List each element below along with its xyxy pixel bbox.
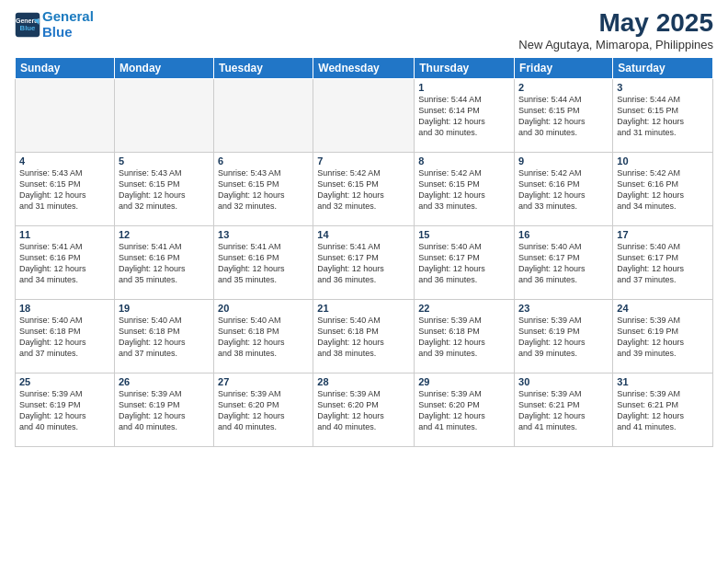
logo-icon: General Blue <box>15 12 40 38</box>
calendar-cell: 6Sunrise: 5:43 AM Sunset: 6:15 PM Daylig… <box>214 152 313 225</box>
day-info: Sunrise: 5:41 AM Sunset: 6:16 PM Dayligh… <box>19 241 110 286</box>
logo-line1: General <box>42 8 94 24</box>
day-number: 16 <box>518 229 609 240</box>
calendar-weekday-thursday: Thursday <box>415 57 515 78</box>
day-info: Sunrise: 5:39 AM Sunset: 6:19 PM Dayligh… <box>19 388 110 433</box>
calendar-cell: 11Sunrise: 5:41 AM Sunset: 6:16 PM Dayli… <box>16 225 115 299</box>
calendar-cell <box>114 78 213 152</box>
day-info: Sunrise: 5:39 AM Sunset: 6:19 PM Dayligh… <box>119 388 210 433</box>
svg-text:Blue: Blue <box>20 24 37 32</box>
day-number: 18 <box>19 303 110 314</box>
title-block: May 2025 New Agutaya, Mimaropa, Philippi… <box>518 9 713 52</box>
day-info: Sunrise: 5:40 AM Sunset: 6:18 PM Dayligh… <box>317 315 410 360</box>
main-title: May 2025 <box>518 9 713 38</box>
calendar-cell: 29Sunrise: 5:39 AM Sunset: 6:20 PM Dayli… <box>415 373 515 446</box>
calendar-week-row: 4Sunrise: 5:43 AM Sunset: 6:15 PM Daylig… <box>16 152 713 225</box>
calendar-cell: 18Sunrise: 5:40 AM Sunset: 6:18 PM Dayli… <box>16 299 115 373</box>
day-number: 20 <box>218 303 309 314</box>
day-info: Sunrise: 5:40 AM Sunset: 6:18 PM Dayligh… <box>119 315 210 360</box>
calendar-cell: 23Sunrise: 5:39 AM Sunset: 6:19 PM Dayli… <box>515 299 613 373</box>
day-info: Sunrise: 5:39 AM Sunset: 6:18 PM Dayligh… <box>418 315 510 360</box>
calendar-cell: 9Sunrise: 5:42 AM Sunset: 6:16 PM Daylig… <box>515 152 613 225</box>
day-number: 21 <box>317 303 410 314</box>
day-number: 27 <box>218 376 309 387</box>
day-number: 3 <box>617 82 709 93</box>
day-info: Sunrise: 5:42 AM Sunset: 6:15 PM Dayligh… <box>418 167 510 213</box>
calendar-week-row: 11Sunrise: 5:41 AM Sunset: 6:16 PM Dayli… <box>16 225 713 299</box>
day-info: Sunrise: 5:39 AM Sunset: 6:21 PM Dayligh… <box>518 388 609 433</box>
calendar-week-row: 18Sunrise: 5:40 AM Sunset: 6:18 PM Dayli… <box>16 299 713 373</box>
day-number: 26 <box>119 376 210 387</box>
day-number: 28 <box>317 376 410 387</box>
calendar-cell: 30Sunrise: 5:39 AM Sunset: 6:21 PM Dayli… <box>515 373 613 446</box>
day-info: Sunrise: 5:41 AM Sunset: 6:16 PM Dayligh… <box>218 241 309 286</box>
calendar-cell: 7Sunrise: 5:42 AM Sunset: 6:15 PM Daylig… <box>313 152 415 225</box>
calendar-cell: 17Sunrise: 5:40 AM Sunset: 6:17 PM Dayli… <box>613 225 713 299</box>
day-info: Sunrise: 5:39 AM Sunset: 6:19 PM Dayligh… <box>518 315 609 360</box>
day-number: 22 <box>418 303 510 314</box>
calendar-cell: 13Sunrise: 5:41 AM Sunset: 6:16 PM Dayli… <box>214 225 313 299</box>
calendar-cell: 15Sunrise: 5:40 AM Sunset: 6:17 PM Dayli… <box>415 225 515 299</box>
logo-text: General Blue <box>42 9 94 40</box>
calendar-header-row: SundayMondayTuesdayWednesdayThursdayFrid… <box>16 57 713 78</box>
day-number: 1 <box>418 82 510 93</box>
calendar-table: SundayMondayTuesdayWednesdayThursdayFrid… <box>15 57 713 447</box>
day-info: Sunrise: 5:39 AM Sunset: 6:20 PM Dayligh… <box>418 388 510 433</box>
day-info: Sunrise: 5:42 AM Sunset: 6:16 PM Dayligh… <box>518 167 609 213</box>
day-number: 9 <box>518 155 609 167</box>
day-number: 2 <box>518 82 609 93</box>
calendar-weekday-friday: Friday <box>515 57 613 78</box>
calendar-cell: 26Sunrise: 5:39 AM Sunset: 6:19 PM Dayli… <box>114 373 213 446</box>
calendar-weekday-monday: Monday <box>114 57 213 78</box>
calendar-cell: 21Sunrise: 5:40 AM Sunset: 6:18 PM Dayli… <box>313 299 415 373</box>
calendar-cell: 31Sunrise: 5:39 AM Sunset: 6:21 PM Dayli… <box>613 373 713 446</box>
day-info: Sunrise: 5:40 AM Sunset: 6:18 PM Dayligh… <box>218 315 309 360</box>
calendar-body: 1Sunrise: 5:44 AM Sunset: 6:14 PM Daylig… <box>16 78 713 446</box>
calendar-cell: 24Sunrise: 5:39 AM Sunset: 6:19 PM Dayli… <box>613 299 713 373</box>
day-number: 31 <box>617 376 709 387</box>
day-number: 10 <box>617 155 709 167</box>
day-number: 7 <box>317 155 410 167</box>
calendar-cell: 19Sunrise: 5:40 AM Sunset: 6:18 PM Dayli… <box>114 299 213 373</box>
calendar-cell <box>16 78 115 152</box>
day-info: Sunrise: 5:41 AM Sunset: 6:16 PM Dayligh… <box>119 241 210 286</box>
day-number: 13 <box>218 229 309 240</box>
calendar-cell: 3Sunrise: 5:44 AM Sunset: 6:15 PM Daylig… <box>613 78 713 152</box>
calendar-cell: 8Sunrise: 5:42 AM Sunset: 6:15 PM Daylig… <box>415 152 515 225</box>
calendar-cell: 20Sunrise: 5:40 AM Sunset: 6:18 PM Dayli… <box>214 299 313 373</box>
calendar-cell: 1Sunrise: 5:44 AM Sunset: 6:14 PM Daylig… <box>415 78 515 152</box>
day-info: Sunrise: 5:40 AM Sunset: 6:17 PM Dayligh… <box>418 241 510 286</box>
calendar-cell: 14Sunrise: 5:41 AM Sunset: 6:17 PM Dayli… <box>313 225 415 299</box>
calendar-weekday-saturday: Saturday <box>613 57 713 78</box>
day-number: 8 <box>418 155 510 167</box>
calendar-cell <box>214 78 313 152</box>
calendar-week-row: 1Sunrise: 5:44 AM Sunset: 6:14 PM Daylig… <box>16 78 713 152</box>
day-number: 15 <box>418 229 510 240</box>
day-number: 23 <box>518 303 609 314</box>
calendar-cell: 28Sunrise: 5:39 AM Sunset: 6:20 PM Dayli… <box>313 373 415 446</box>
calendar-cell: 12Sunrise: 5:41 AM Sunset: 6:16 PM Dayli… <box>114 225 213 299</box>
day-number: 14 <box>317 229 410 240</box>
day-info: Sunrise: 5:42 AM Sunset: 6:15 PM Dayligh… <box>317 167 410 213</box>
day-info: Sunrise: 5:40 AM Sunset: 6:17 PM Dayligh… <box>617 241 709 286</box>
day-number: 17 <box>617 229 709 240</box>
day-info: Sunrise: 5:39 AM Sunset: 6:20 PM Dayligh… <box>317 388 410 433</box>
day-info: Sunrise: 5:43 AM Sunset: 6:15 PM Dayligh… <box>19 167 110 213</box>
day-number: 12 <box>119 229 210 240</box>
day-info: Sunrise: 5:39 AM Sunset: 6:20 PM Dayligh… <box>218 388 309 433</box>
calendar-cell <box>313 78 415 152</box>
header: General Blue General Blue May 2025 New A… <box>15 9 713 52</box>
day-number: 30 <box>518 376 609 387</box>
day-number: 4 <box>19 155 110 167</box>
logo-line2: Blue <box>42 24 73 40</box>
day-info: Sunrise: 5:44 AM Sunset: 6:14 PM Dayligh… <box>418 94 510 139</box>
calendar-cell: 27Sunrise: 5:39 AM Sunset: 6:20 PM Dayli… <box>214 373 313 446</box>
day-info: Sunrise: 5:40 AM Sunset: 6:17 PM Dayligh… <box>518 241 609 286</box>
calendar-weekday-tuesday: Tuesday <box>214 57 313 78</box>
day-info: Sunrise: 5:43 AM Sunset: 6:15 PM Dayligh… <box>218 167 309 213</box>
day-number: 19 <box>119 303 210 314</box>
calendar-weekday-sunday: Sunday <box>16 57 115 78</box>
day-info: Sunrise: 5:42 AM Sunset: 6:16 PM Dayligh… <box>617 167 709 213</box>
calendar-cell: 4Sunrise: 5:43 AM Sunset: 6:15 PM Daylig… <box>16 152 115 225</box>
day-number: 29 <box>418 376 510 387</box>
